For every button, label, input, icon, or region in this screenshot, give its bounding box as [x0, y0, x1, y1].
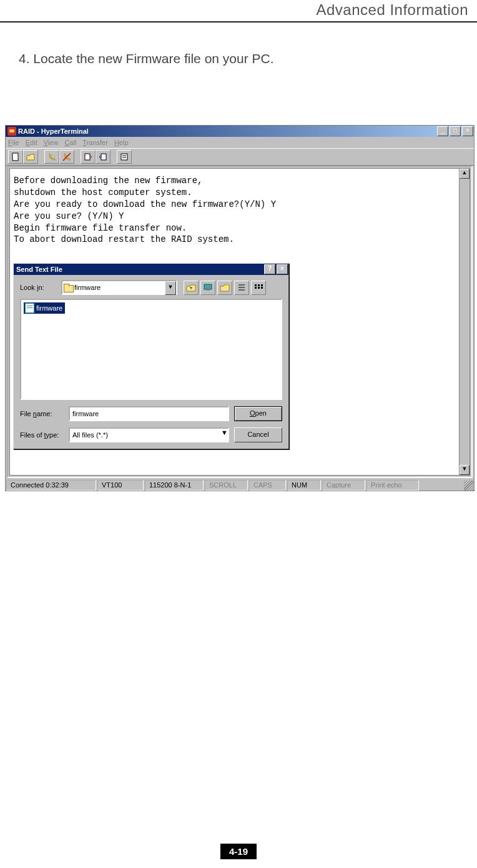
file-name-field[interactable]: firmware [69, 406, 229, 421]
svg-rect-16 [261, 284, 263, 286]
dialog-help-button[interactable]: ? [264, 264, 275, 274]
window-titlebar[interactable]: RAID - HyperTerminal _ □ × [6, 126, 474, 137]
send-icon[interactable] [81, 150, 96, 164]
look-in-label: Look in: [20, 284, 57, 291]
new-folder-icon[interactable] [217, 281, 232, 295]
dialog-title: Send Text File [16, 266, 62, 273]
file-listbox[interactable]: firmware [20, 299, 282, 400]
files-of-type-label: Files of type: [20, 431, 64, 439]
files-of-type-dropdown[interactable]: All files (*.*) ▼ [69, 427, 229, 442]
svg-rect-12 [255, 284, 257, 286]
svg-rect-14 [258, 284, 260, 286]
window-title: RAID - HyperTerminal [18, 127, 436, 135]
menu-view[interactable]: View [44, 139, 59, 146]
status-emulation: VT100 [97, 480, 144, 491]
status-caps: CAPS [249, 480, 286, 491]
receive-icon[interactable] [96, 150, 111, 164]
document-icon [25, 303, 34, 313]
svg-rect-8 [206, 289, 210, 291]
header-rule [0, 21, 477, 22]
vertical-scrollbar[interactable]: ▲ ▼ [459, 168, 470, 476]
menu-transfer[interactable]: Transfer [82, 139, 108, 146]
menu-help[interactable]: Help [114, 139, 129, 146]
open-button[interactable]: Open [234, 406, 282, 421]
new-icon[interactable] [8, 150, 23, 164]
desktop-icon[interactable] [200, 281, 215, 295]
page-number: 4-19 [220, 844, 257, 859]
svg-rect-2 [85, 154, 90, 160]
status-num: NUM [287, 480, 321, 491]
svg-rect-13 [255, 287, 257, 289]
maximize-button[interactable]: □ [450, 126, 461, 136]
disconnect-icon[interactable] [59, 150, 74, 164]
list-item[interactable]: firmware [24, 302, 65, 314]
file-name-label: File name: [20, 410, 64, 417]
folder-icon [64, 284, 72, 291]
open-icon[interactable] [23, 150, 38, 164]
scroll-up-icon[interactable]: ▲ [460, 169, 470, 179]
step-instruction: 4. Locate the new Firmware file on your … [19, 51, 274, 66]
status-scroll: SCROLL [205, 480, 248, 491]
toolbar [6, 148, 474, 166]
svg-rect-4 [121, 154, 127, 160]
svg-rect-0 [12, 153, 18, 161]
properties-icon[interactable] [117, 150, 132, 164]
chevron-down-icon[interactable]: ▼ [165, 281, 176, 295]
menubar: File Edit View Call Transfer Help [6, 137, 474, 148]
chevron-down-icon[interactable]: ▼ [221, 429, 228, 441]
dialog-titlebar[interactable]: Send Text File ? × [14, 264, 288, 275]
close-button[interactable]: × [462, 126, 473, 136]
call-icon[interactable] [44, 150, 59, 164]
send-text-file-dialog: Send Text File ? × Look in: firmware ▼ [13, 263, 289, 449]
screenshot-window: RAID - HyperTerminal _ □ × File Edit Vie… [5, 125, 475, 491]
list-view-icon[interactable] [234, 281, 249, 295]
dialog-close-button[interactable]: × [277, 264, 288, 274]
status-capture: Capture [322, 480, 365, 491]
status-print-echo: Print echo [366, 480, 419, 491]
look-in-dropdown[interactable]: firmware ▼ [61, 280, 177, 295]
section-header: Advanced Information [317, 1, 468, 19]
menu-call[interactable]: Call [64, 139, 76, 146]
scroll-down-icon[interactable]: ▼ [460, 465, 470, 475]
app-icon [7, 127, 16, 136]
status-connected: Connected 0:32:39 [6, 480, 96, 491]
svg-rect-7 [204, 284, 212, 289]
svg-rect-3 [101, 154, 106, 160]
status-bar: Connected 0:32:39 VT100 115200 8-N-1 SCR… [6, 479, 474, 491]
svg-rect-17 [261, 287, 263, 289]
resize-grip-icon[interactable] [464, 481, 474, 491]
status-settings: 115200 8-N-1 [145, 480, 204, 491]
up-one-level-icon[interactable] [184, 281, 199, 295]
menu-file[interactable]: File [8, 139, 19, 146]
details-view-icon[interactable] [251, 281, 266, 295]
cancel-button[interactable]: Cancel [234, 427, 282, 442]
menu-edit[interactable]: Edit [26, 139, 37, 146]
svg-rect-15 [258, 287, 260, 289]
minimize-button[interactable]: _ [437, 126, 448, 136]
